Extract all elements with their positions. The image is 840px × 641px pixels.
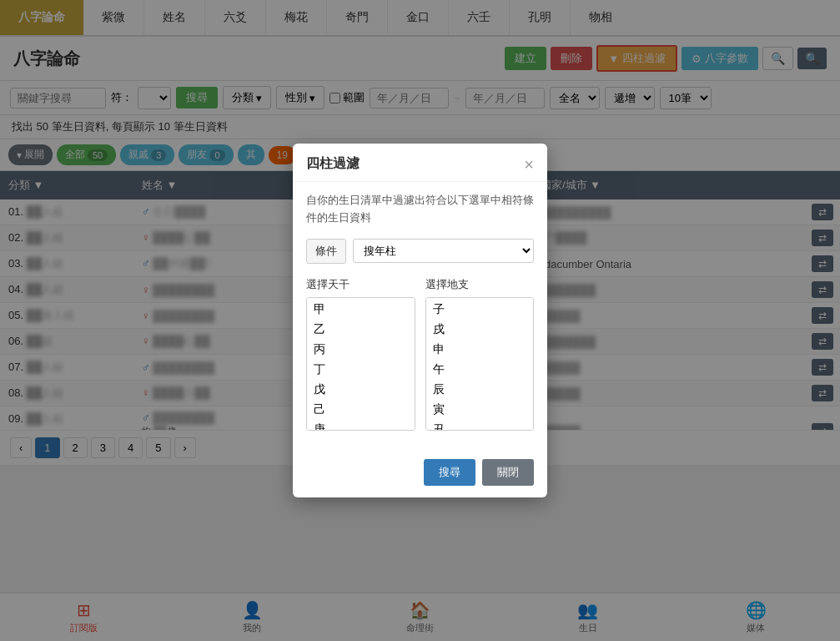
modal-title: 四柱過濾 <box>306 155 360 173</box>
tiangan-group: 選擇天干 甲 乙 丙 丁 戊 己 庚 辛 壬 癸 <box>306 277 415 431</box>
modal-close-footer-button[interactable]: 關閉 <box>482 459 534 486</box>
condition-row: 條件 搜年柱 搜月柱 搜日柱 搜時柱 <box>306 239 534 264</box>
condition-label: 條件 <box>306 239 346 264</box>
modal-header: 四柱過濾 × <box>293 144 547 182</box>
four-pillar-filter-modal: 四柱過濾 × 自你的生日清單中過濾出符合以下選單中相符條件的生日資料 條件 搜年… <box>293 144 547 497</box>
listboxes-row: 選擇天干 甲 乙 丙 丁 戊 己 庚 辛 壬 癸 選擇地支 <box>306 277 534 431</box>
modal-body: 自你的生日清單中過濾出符合以下選單中相符條件的生日資料 條件 搜年柱 搜月柱 搜… <box>293 182 547 452</box>
dizhi-listbox[interactable]: 子 戌 申 午 辰 寅 丑 亥 酉 未 巳 卯 <box>425 297 535 431</box>
tiangan-label: 選擇天干 <box>306 277 415 292</box>
condition-select[interactable]: 搜年柱 搜月柱 搜日柱 搜時柱 <box>353 239 534 263</box>
modal-description: 自你的生日清單中過濾出符合以下選單中相符條件的生日資料 <box>306 192 534 227</box>
dizhi-group: 選擇地支 子 戌 申 午 辰 寅 丑 亥 酉 未 巳 卯 <box>425 277 535 431</box>
modal-footer: 搜尋 關閉 <box>293 452 547 497</box>
dizhi-label: 選擇地支 <box>425 277 535 292</box>
modal-search-button[interactable]: 搜尋 <box>424 459 475 486</box>
tiangan-listbox[interactable]: 甲 乙 丙 丁 戊 己 庚 辛 壬 癸 <box>306 297 415 431</box>
modal-close-button[interactable]: × <box>524 156 534 173</box>
modal-overlay: 四柱過濾 × 自你的生日清單中過濾出符合以下選單中相符條件的生日資料 條件 搜年… <box>0 0 840 641</box>
